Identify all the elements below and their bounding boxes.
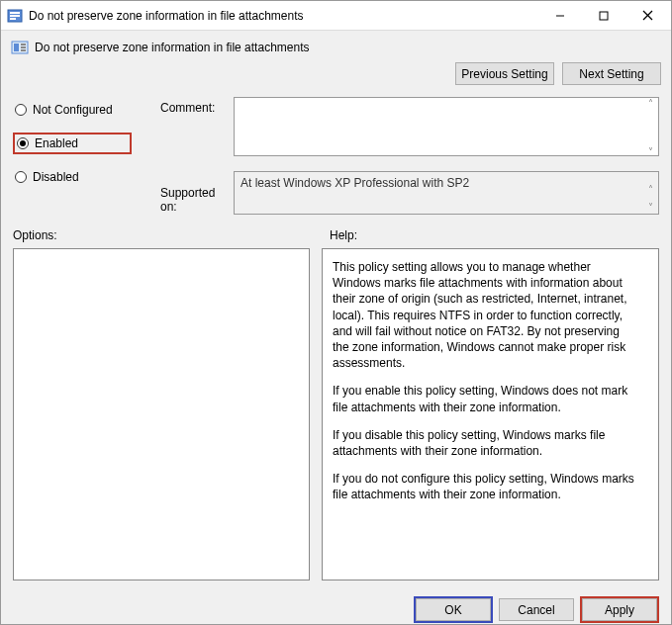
next-setting-button[interactable]: Next Setting [562, 62, 661, 85]
minimize-button[interactable] [538, 2, 582, 30]
close-button[interactable] [625, 2, 669, 30]
cancel-button[interactable]: Cancel [499, 598, 574, 621]
footer-buttons: OK Cancel Apply [1, 588, 671, 625]
scroll-down-icon[interactable]: ˅ [643, 147, 657, 157]
comment-input[interactable] [234, 97, 659, 156]
svg-rect-2 [10, 15, 20, 17]
help-paragraph: If you disable this policy setting, Wind… [333, 427, 638, 459]
scroll-up-icon[interactable]: ˄ [643, 99, 657, 109]
apply-button[interactable]: Apply [582, 598, 657, 621]
radio-label: Disabled [33, 170, 79, 184]
titlebar: Do not preserve zone information in file… [1, 1, 671, 31]
subheader: Do not preserve zone information in file… [1, 31, 671, 62]
policy-icon [7, 8, 23, 24]
radio-icon [15, 104, 27, 116]
svg-rect-12 [21, 49, 26, 51]
radio-icon [15, 171, 27, 183]
scroll-up-icon[interactable]: ˄ [643, 185, 657, 195]
maximize-button[interactable] [582, 2, 625, 30]
scroll-down-icon[interactable]: ˅ [643, 203, 657, 213]
subheader-text: Do not preserve zone information in file… [35, 41, 309, 54]
radio-enabled[interactable]: Enabled [13, 133, 132, 154]
svg-rect-1 [10, 12, 20, 14]
svg-rect-5 [600, 12, 608, 20]
help-panel: This policy setting allows you to manage… [322, 248, 659, 580]
nav-row: Previous Setting Next Setting [1, 62, 671, 93]
help-paragraph: This policy setting allows you to manage… [333, 259, 638, 371]
svg-rect-11 [21, 46, 26, 48]
radio-label: Not Configured [33, 103, 113, 117]
svg-rect-10 [21, 44, 26, 45]
window-title: Do not preserve zone information in file… [29, 9, 538, 23]
previous-setting-button[interactable]: Previous Setting [455, 62, 554, 85]
supported-on-label: Supported on: [160, 186, 230, 214]
radio-label: Enabled [35, 136, 78, 150]
help-label: Help: [330, 228, 357, 242]
policy-setting-icon [11, 39, 29, 56]
radio-not-configured[interactable]: Not Configured [13, 101, 156, 119]
svg-rect-3 [10, 18, 16, 20]
state-radio-group: Not Configured Enabled Disabled [13, 97, 156, 215]
supported-on-field: At least Windows XP Professional with SP… [234, 171, 659, 215]
options-panel [13, 248, 310, 580]
help-content: This policy setting allows you to manage… [323, 249, 658, 580]
radio-disabled[interactable]: Disabled [13, 168, 156, 186]
supported-on-value: At least Windows XP Professional with SP… [240, 176, 469, 190]
help-paragraph: If you do not configure this policy sett… [333, 471, 638, 502]
radio-icon [17, 137, 29, 149]
label-column: Comment: Supported on: [160, 97, 230, 215]
svg-rect-9 [14, 44, 19, 51]
comment-label: Comment: [160, 101, 230, 115]
help-paragraph: If you enable this policy setting, Windo… [333, 383, 638, 414]
ok-button[interactable]: OK [416, 598, 491, 621]
options-label: Options: [13, 228, 330, 242]
